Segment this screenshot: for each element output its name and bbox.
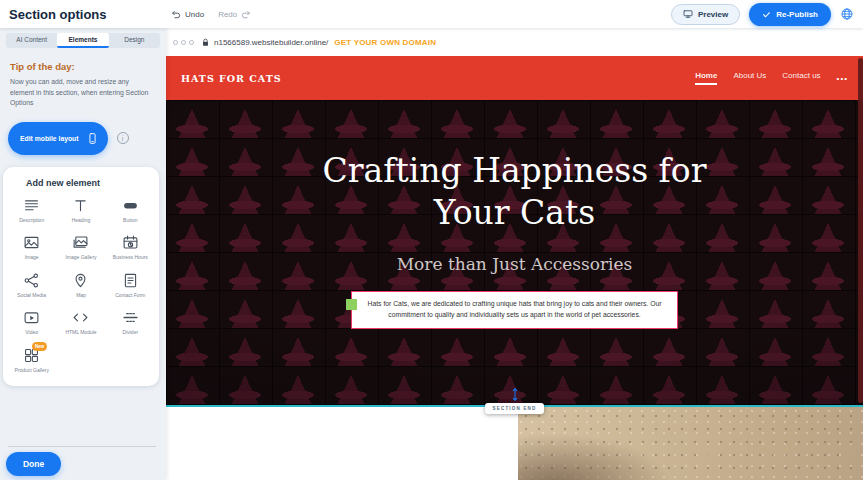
tab-design[interactable]: Design xyxy=(109,33,160,48)
site-logo[interactable]: HATS FOR CATS xyxy=(181,73,282,84)
undo-redo-group: Undo Redo xyxy=(171,9,251,20)
element-video[interactable]: Video xyxy=(7,309,56,336)
element-drag-handle[interactable] xyxy=(346,299,357,310)
element-label: Product Gallery xyxy=(14,367,48,374)
hero-text-box[interactable]: Hats for Cats, we are dedicated to craft… xyxy=(351,291,678,329)
nav-contact-us[interactable]: Contact us xyxy=(782,71,820,85)
element-button[interactable]: Button xyxy=(106,197,155,224)
phone-icon xyxy=(86,132,99,145)
hero-subheading[interactable]: More than Just Accessories xyxy=(166,254,863,274)
image-gallery-icon xyxy=(72,234,89,251)
section-end-label[interactable]: SECTION END xyxy=(485,403,545,414)
new-badge: New xyxy=(32,342,47,351)
nav-more-icon[interactable]: ••• xyxy=(837,74,848,83)
website-builder-window: Section options Undo Redo Preview Re-Pub… xyxy=(0,0,863,480)
ssl-lock-icon xyxy=(201,38,210,47)
video-icon xyxy=(23,309,40,326)
nav-about-us[interactable]: About Us xyxy=(733,71,766,85)
element-label: Business Hours xyxy=(113,254,148,261)
sidebar: AI Content Elements Design Tip of the da… xyxy=(0,28,166,480)
window-dot xyxy=(181,40,186,45)
tab-label: Design xyxy=(124,36,144,43)
element-label: Image xyxy=(25,254,39,261)
element-image-gallery[interactable]: Image Gallery xyxy=(56,234,105,261)
browser-chrome-bar: n1566589.websitebuilder.online/ GET YOUR… xyxy=(166,28,863,56)
hero-section[interactable]: Crafting Happiness for Your Cats More th… xyxy=(166,100,863,405)
element-business-hours[interactable]: Business Hours xyxy=(106,234,155,261)
sidebar-tabs: AI Content Elements Design xyxy=(6,33,160,48)
element-description[interactable]: Description xyxy=(7,197,56,224)
edit-mobile-layout-button[interactable]: Edit mobile layout xyxy=(8,122,108,155)
element-heading[interactable]: Heading xyxy=(56,197,105,224)
map-pin-icon xyxy=(72,272,89,289)
element-social-media[interactable]: Social Media xyxy=(7,272,56,299)
top-toolbar: Section options Undo Redo Preview Re-Pub… xyxy=(0,0,863,28)
redo-button[interactable]: Redo xyxy=(218,9,251,20)
sidebar-divider xyxy=(8,446,156,447)
republish-button[interactable]: Re-Publish xyxy=(749,3,831,26)
tip-title: Tip of the day: xyxy=(10,61,154,72)
site-header: HATS FOR CATS Home About Us Contact us •… xyxy=(166,56,863,100)
website-canvas: HATS FOR CATS Home About Us Contact us •… xyxy=(166,56,863,480)
next-section-blank xyxy=(166,407,518,480)
add-new-element-panel: Add new element Description Heading Butt… xyxy=(3,167,159,387)
window-dot xyxy=(173,40,178,45)
mobile-layout-row: Edit mobile layout i xyxy=(8,122,166,155)
edit-mobile-label: Edit mobile layout xyxy=(20,135,79,142)
next-section-image[interactable] xyxy=(518,407,863,480)
description-icon xyxy=(23,197,40,214)
tab-ai-content[interactable]: AI Content xyxy=(6,33,57,48)
hero-body-text: Hats for Cats, we are dedicated to craft… xyxy=(368,300,662,318)
element-grid: Description Heading Button Image Image G… xyxy=(7,197,155,374)
element-map[interactable]: Map xyxy=(56,272,105,299)
site-url: n1566589.websitebuilder.online/ xyxy=(214,38,328,47)
undo-button[interactable]: Undo xyxy=(171,9,204,20)
element-label: Image Gallery xyxy=(65,254,96,261)
redo-icon xyxy=(240,9,251,20)
monitor-icon xyxy=(683,9,693,19)
language-globe-icon[interactable] xyxy=(840,7,854,21)
window-dot xyxy=(189,40,194,45)
tab-elements[interactable]: Elements xyxy=(57,33,108,48)
section-resize-arrows-icon[interactable] xyxy=(508,387,521,402)
preview-button[interactable]: Preview xyxy=(671,4,740,25)
element-label: Social Media xyxy=(17,292,46,299)
tab-label: AI Content xyxy=(16,36,47,43)
divider-icon xyxy=(122,309,139,326)
check-icon xyxy=(762,10,771,19)
add-element-title: Add new element xyxy=(26,178,155,188)
element-label: Video xyxy=(25,329,38,336)
element-label: Map xyxy=(76,292,86,299)
tip-of-the-day: Tip of the day: Now you can add, move an… xyxy=(0,48,166,109)
element-product-gallery[interactable]: New Product Gallery xyxy=(7,347,56,374)
element-label: Description xyxy=(19,217,44,224)
preview-label: Preview xyxy=(698,10,728,19)
done-button[interactable]: Done xyxy=(6,452,61,476)
element-label: HTML Module xyxy=(65,329,96,336)
tab-label: Elements xyxy=(69,36,98,43)
nav-home[interactable]: Home xyxy=(695,71,717,85)
info-glyph: i xyxy=(122,134,124,143)
republish-label: Re-Publish xyxy=(776,10,818,19)
button-icon xyxy=(122,197,139,214)
info-icon[interactable]: i xyxy=(117,132,129,144)
element-divider[interactable]: Divider xyxy=(106,309,155,336)
social-media-icon xyxy=(23,272,40,289)
page-title: Section options xyxy=(9,7,107,22)
site-preview-area: n1566589.websitebuilder.online/ GET YOUR… xyxy=(166,28,863,480)
element-label: Contact Form xyxy=(115,292,145,299)
tip-body: Now you can add, move and resize any ele… xyxy=(10,77,154,109)
element-html-module[interactable]: HTML Module xyxy=(56,309,105,336)
contact-form-icon xyxy=(122,272,139,289)
business-hours-icon xyxy=(122,234,139,251)
element-label: Button xyxy=(123,217,137,224)
get-domain-link[interactable]: GET YOUR OWN DOMAIN xyxy=(334,38,436,47)
element-contact-form[interactable]: Contact Form xyxy=(106,272,155,299)
undo-label: Undo xyxy=(185,10,204,19)
image-icon xyxy=(23,234,40,251)
element-image[interactable]: Image xyxy=(7,234,56,261)
hero-heading[interactable]: Crafting Happiness for Your Cats xyxy=(315,100,715,234)
html-module-icon xyxy=(72,309,89,326)
page-scrollbar[interactable] xyxy=(858,58,863,403)
site-nav: Home About Us Contact us ••• xyxy=(695,71,848,85)
